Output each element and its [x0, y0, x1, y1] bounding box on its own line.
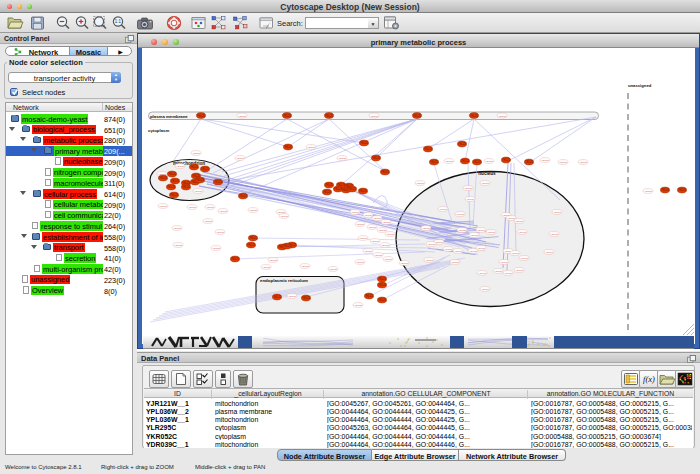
svg-text:YDR05: YDR05: [504, 272, 512, 275]
svg-text:YDR05: YDR05: [454, 250, 462, 253]
svg-text:YDR05: YDR05: [238, 115, 246, 118]
svg-text:YDR05: YDR05: [381, 244, 389, 247]
svg-text:YDR05: YDR05: [370, 115, 378, 118]
svg-text:YDR05: YDR05: [188, 206, 196, 209]
svg-text:YKL21: YKL21: [182, 185, 190, 189]
svg-text:YDR05: YDR05: [500, 261, 508, 264]
svg-text:cytoplasm: cytoplasm: [148, 128, 169, 133]
svg-text:YDR05: YDR05: [481, 182, 489, 185]
svg-text:YKL21: YKL21: [159, 176, 167, 180]
svg-text:YKL21: YKL21: [167, 185, 175, 189]
svg-text:YKL21: YKL21: [430, 160, 438, 164]
svg-text:YDR05: YDR05: [478, 272, 486, 275]
svg-text:YKL21: YKL21: [359, 189, 367, 193]
svg-text:YKL21: YKL21: [197, 114, 205, 118]
svg-text:YDR05: YDR05: [550, 233, 558, 236]
svg-text:YKL21: YKL21: [378, 283, 386, 287]
svg-text:YKL21: YKL21: [378, 277, 386, 281]
svg-text:YDR05: YDR05: [469, 250, 477, 253]
svg-text:YDR05: YDR05: [477, 229, 485, 232]
svg-text:YDR05: YDR05: [541, 159, 549, 162]
svg-text:YDR05: YDR05: [435, 241, 443, 244]
svg-text:YDR05: YDR05: [194, 190, 202, 193]
svg-text:YDR05: YDR05: [458, 229, 466, 232]
svg-text:YKL21: YKL21: [461, 159, 469, 163]
svg-text:YDR05: YDR05: [494, 270, 502, 273]
svg-text:YDR05: YDR05: [236, 157, 244, 160]
svg-text:YDR05: YDR05: [553, 211, 561, 214]
svg-text:YDR05: YDR05: [416, 182, 424, 185]
svg-text:YDR05: YDR05: [439, 208, 447, 211]
svg-text:YKL21: YKL21: [302, 296, 310, 300]
svg-text:YKL21: YKL21: [372, 156, 380, 160]
svg-text:YKL21: YKL21: [678, 188, 686, 192]
svg-text:1:1: 1:1: [115, 19, 122, 24]
svg-text:unassigned: unassigned: [628, 83, 652, 88]
svg-text:YDR05: YDR05: [219, 210, 227, 213]
svg-text:YDR05: YDR05: [176, 165, 184, 168]
svg-text:YDR05: YDR05: [212, 247, 220, 250]
svg-text:YKL21: YKL21: [196, 178, 204, 182]
svg-text:YDR05: YDR05: [174, 244, 182, 247]
svg-text:YDR05: YDR05: [518, 231, 526, 234]
svg-text:YDR05: YDR05: [288, 295, 296, 298]
svg-text:YDR05: YDR05: [351, 211, 359, 214]
svg-text:YDR05: YDR05: [545, 251, 553, 254]
svg-text:YDR05: YDR05: [644, 190, 652, 193]
svg-text:YDR05: YDR05: [329, 268, 337, 271]
svg-text:YKL21: YKL21: [473, 160, 481, 164]
svg-text:YDR05: YDR05: [280, 215, 288, 218]
svg-text:endoplasmic reticulum: endoplasmic reticulum: [260, 278, 308, 283]
svg-text:YDR05: YDR05: [354, 304, 362, 307]
svg-text:YDR05: YDR05: [269, 259, 277, 262]
svg-text:YDR05: YDR05: [477, 247, 485, 250]
svg-text:YKL21: YKL21: [249, 236, 257, 240]
svg-text:f(x): f(x): [643, 374, 655, 384]
svg-text:YDR05: YDR05: [511, 252, 519, 255]
svg-text:YKL21: YKL21: [283, 244, 291, 248]
svg-text:YDR05: YDR05: [485, 160, 493, 163]
svg-text:YKL21: YKL21: [413, 114, 421, 118]
svg-text:YDR05: YDR05: [400, 262, 408, 265]
svg-text:YDR05: YDR05: [356, 261, 364, 264]
svg-text:YKL21: YKL21: [231, 257, 239, 261]
svg-text:YDR05: YDR05: [520, 257, 528, 260]
svg-text:YDR05: YDR05: [371, 240, 379, 243]
svg-text:YKL21: YKL21: [470, 114, 478, 118]
svg-text:YKL21: YKL21: [661, 188, 669, 192]
svg-text:YKL21: YKL21: [348, 187, 356, 191]
svg-text:YDR05: YDR05: [249, 209, 257, 212]
svg-text:YKL21: YKL21: [325, 114, 333, 118]
svg-text:YDR05: YDR05: [192, 152, 200, 155]
svg-text:YKL21: YKL21: [171, 179, 179, 183]
svg-text:YKL21: YKL21: [283, 114, 291, 118]
svg-text:YKL21: YKL21: [247, 243, 255, 247]
svg-text:YDR05: YDR05: [374, 254, 382, 257]
svg-text:YDR05: YDR05: [425, 259, 433, 262]
svg-text:YKL21: YKL21: [381, 170, 389, 174]
svg-text:YKL21: YKL21: [190, 165, 198, 169]
svg-text:plasma membrane: plasma membrane: [150, 114, 188, 119]
svg-text:YDR05: YDR05: [382, 221, 390, 224]
svg-text:YDR05: YDR05: [444, 248, 452, 251]
svg-text:YKL21: YKL21: [273, 295, 281, 299]
svg-text:YDR05: YDR05: [262, 266, 270, 269]
svg-text:YDR05: YDR05: [338, 157, 346, 160]
svg-text:YDR05: YDR05: [301, 265, 309, 268]
svg-text:YKL21: YKL21: [458, 142, 466, 146]
svg-text:YDR05: YDR05: [307, 146, 315, 149]
svg-text:YKL21: YKL21: [424, 147, 432, 151]
svg-text:YDR05: YDR05: [498, 115, 506, 118]
svg-text:YDR05: YDR05: [359, 237, 367, 240]
svg-text:YDR05: YDR05: [487, 231, 495, 234]
svg-text:YDR05: YDR05: [427, 243, 435, 246]
svg-text:YDR05: YDR05: [206, 206, 214, 209]
svg-text:YDR05: YDR05: [159, 205, 167, 208]
svg-text:YDR05: YDR05: [378, 229, 386, 232]
svg-text:YKL21: YKL21: [168, 172, 176, 176]
svg-text:YKL21: YKL21: [360, 141, 368, 145]
svg-text:YDR05: YDR05: [373, 217, 381, 220]
svg-text:YDR05: YDR05: [470, 234, 478, 237]
svg-text:YDR05: YDR05: [173, 227, 181, 230]
svg-text:YDR05: YDR05: [356, 223, 364, 226]
